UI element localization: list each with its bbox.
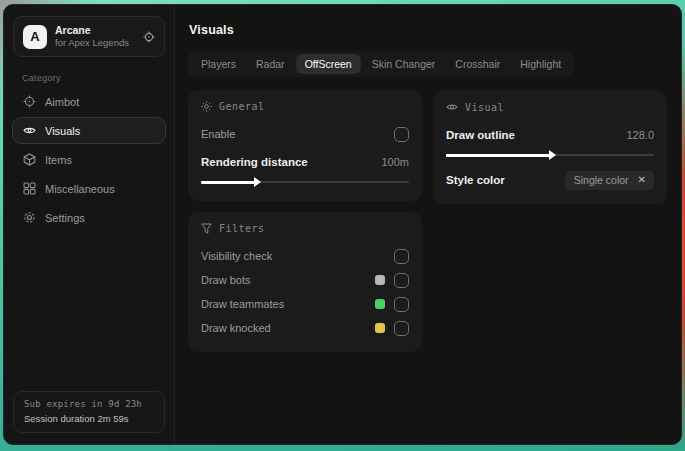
visibility-check-row: Visibility check xyxy=(201,245,409,267)
app-subtitle: for Apex Legends xyxy=(55,37,135,49)
gear-icon xyxy=(23,211,36,224)
draw-teammates-checkbox[interactable] xyxy=(394,297,409,312)
sidebar-item-label: Visuals xyxy=(45,125,80,137)
filters-panel-title: Filters xyxy=(219,223,265,234)
sidebar-item-label: Aimbot xyxy=(45,96,79,108)
left-column: General Enable Rendering distance 100m xyxy=(188,90,422,352)
enable-checkbox[interactable] xyxy=(394,127,409,142)
draw-knocked-checkbox[interactable] xyxy=(394,321,409,336)
draw-bots-color-swatch[interactable] xyxy=(375,275,385,285)
style-color-select[interactable]: Single color ✕ xyxy=(565,171,654,190)
draw-knocked-label: Draw knocked xyxy=(201,322,375,334)
visual-panel: Visual Draw outline 128.0 Style color Si… xyxy=(433,90,667,204)
style-color-selected-value: Single color xyxy=(574,174,629,186)
style-color-row: Style color Single color ✕ xyxy=(446,169,654,191)
draw-outline-label: Draw outline xyxy=(446,129,626,141)
app-title: Arcane xyxy=(55,24,135,37)
draw-knocked-color-swatch[interactable] xyxy=(375,323,385,333)
category-label: Category xyxy=(22,73,174,83)
app-logo: A xyxy=(23,25,47,49)
sub-expires-text: Sub expires in 9d 23h xyxy=(24,399,154,409)
sidebar-item-label: Items xyxy=(45,154,72,166)
slider-thumb[interactable] xyxy=(201,181,255,184)
sidebar-spacer xyxy=(4,232,174,391)
general-panel-header: General xyxy=(201,101,409,112)
visual-panel-title: Visual xyxy=(465,102,504,113)
draw-knocked-row: Draw knocked xyxy=(201,317,409,339)
draw-outline-row: Draw outline 128.0 xyxy=(446,124,654,146)
filters-panel: Filters Visibility check Draw bots Draw … xyxy=(188,212,422,352)
sidebar-item-miscellaneous[interactable]: Miscellaneous xyxy=(12,175,166,202)
draw-bots-row: Draw bots xyxy=(201,269,409,291)
session-duration-text: Session duration 2m 59s xyxy=(24,413,154,424)
grid-icon xyxy=(23,182,36,195)
content-columns: General Enable Rendering distance 100m xyxy=(188,90,667,352)
tab-offscreen[interactable]: OffScreen xyxy=(296,54,361,74)
tab-crosshair[interactable]: Crosshair xyxy=(446,54,509,74)
app-window: A Arcane for Apex Legends Category xyxy=(3,4,682,445)
filters-panel-header: Filters xyxy=(201,223,409,234)
draw-teammates-label: Draw teammates xyxy=(201,298,375,310)
slider-thumb[interactable] xyxy=(446,154,550,157)
draw-outline-value: 128.0 xyxy=(626,129,654,141)
sidebar-item-visuals[interactable]: Visuals xyxy=(12,117,166,144)
page-title: Visuals xyxy=(189,23,667,37)
tab-highlight[interactable]: Highlight xyxy=(511,54,570,74)
visual-panel-header: Visual xyxy=(446,101,654,113)
rendering-distance-label: Rendering distance xyxy=(201,156,381,168)
general-panel-title: General xyxy=(219,101,265,112)
brand-text: Arcane for Apex Legends xyxy=(55,24,135,49)
tab-players[interactable]: Players xyxy=(192,54,245,74)
style-color-label: Style color xyxy=(446,174,565,186)
rendering-distance-value: 100m xyxy=(381,156,409,168)
tab-radar[interactable]: Radar xyxy=(247,54,294,74)
eye-icon xyxy=(446,101,458,113)
tab-bar: Players Radar OffScreen Skin Changer Cro… xyxy=(188,51,574,77)
right-column: Visual Draw outline 128.0 Style color Si… xyxy=(433,90,667,204)
sun-icon xyxy=(201,101,212,112)
draw-teammates-color-swatch[interactable] xyxy=(375,299,385,309)
sidebar-item-label: Miscellaneous xyxy=(45,183,115,195)
draw-bots-label: Draw bots xyxy=(201,274,375,286)
sidebar-item-aimbot[interactable]: Aimbot xyxy=(12,88,166,115)
draw-teammates-row: Draw teammates xyxy=(201,293,409,315)
crosshair-icon xyxy=(23,95,36,108)
rendering-distance-slider[interactable] xyxy=(201,176,409,188)
enable-label: Enable xyxy=(201,128,394,140)
target-icon[interactable] xyxy=(143,31,155,43)
sidebar-item-settings[interactable]: Settings xyxy=(12,204,166,231)
draw-outline-slider[interactable] xyxy=(446,149,654,161)
cube-icon xyxy=(23,153,36,166)
draw-bots-checkbox[interactable] xyxy=(394,273,409,288)
tab-skin-changer[interactable]: Skin Changer xyxy=(363,54,445,74)
session-card: Sub expires in 9d 23h Session duration 2… xyxy=(13,391,165,433)
general-panel: General Enable Rendering distance 100m xyxy=(188,90,422,201)
enable-row: Enable xyxy=(201,123,409,145)
visibility-check-checkbox[interactable] xyxy=(394,249,409,264)
sidebar-item-items[interactable]: Items xyxy=(12,146,166,173)
brand-card: A Arcane for Apex Legends xyxy=(13,16,165,57)
visibility-check-label: Visibility check xyxy=(201,250,394,262)
sidebar-item-label: Settings xyxy=(45,212,85,224)
funnel-icon xyxy=(201,223,212,234)
rendering-distance-row: Rendering distance 100m xyxy=(201,151,409,173)
close-icon[interactable]: ✕ xyxy=(638,174,646,185)
sidebar: A Arcane for Apex Legends Category xyxy=(4,5,175,444)
eye-icon xyxy=(23,124,36,137)
sidebar-nav: Aimbot Visuals xyxy=(4,87,174,232)
main-content: Visuals Players Radar OffScreen Skin Cha… xyxy=(175,5,681,444)
